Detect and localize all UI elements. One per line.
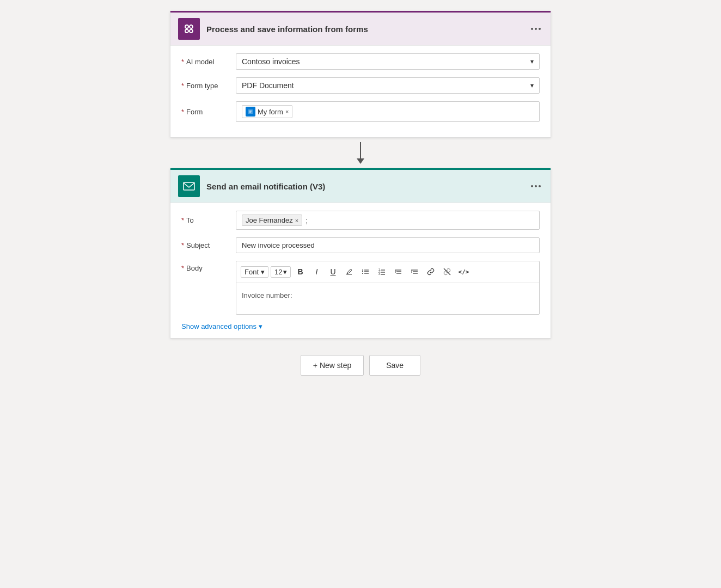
underline-button[interactable]: U <box>326 265 340 279</box>
person-tag-close-icon[interactable]: × <box>295 217 298 224</box>
canvas: Process and save information from forms … <box>0 0 721 376</box>
show-advanced-chevron-icon: ▾ <box>259 322 262 330</box>
ordered-list-button[interactable]: 1. 2. 3. <box>375 265 389 279</box>
form-type-label: * Form type <box>181 82 236 90</box>
svg-point-12 <box>362 271 363 272</box>
card-forms: Process and save information from forms … <box>170 11 551 138</box>
form-row: * Form My form × <box>181 101 540 122</box>
font-size-select[interactable]: 12 ▾ <box>271 266 291 278</box>
bottom-buttons: + New step Save <box>301 355 420 376</box>
body-editor[interactable]: Font ▾ 12 ▾ B I U <box>236 261 540 315</box>
bold-button[interactable]: B <box>293 265 307 279</box>
card-email-title: Send an email notification (V3) <box>206 182 529 191</box>
svg-point-0 <box>185 25 188 28</box>
svg-text:3.: 3. <box>378 272 381 275</box>
dot1 <box>531 28 533 30</box>
indent-decrease-button[interactable] <box>391 265 405 279</box>
save-button[interactable]: Save <box>369 355 420 376</box>
body-toolbar: Font ▾ 12 ▾ B I U <box>236 261 539 283</box>
highlight-button[interactable] <box>342 265 356 279</box>
person-tag-name: Joe Fernandez <box>246 216 293 224</box>
card-forms-header: Process and save information from forms <box>170 13 551 46</box>
connector-arrowhead <box>357 158 364 164</box>
dot2 <box>535 28 537 30</box>
card-email-body: * To Joe Fernandez × ; * Subject <box>170 203 551 338</box>
form-tag-field[interactable]: My form × <box>236 101 540 122</box>
form-type-chevron-icon: ▾ <box>530 82 534 89</box>
card-forms-more-button[interactable] <box>529 26 543 32</box>
font-select[interactable]: Font ▾ <box>241 266 268 278</box>
svg-point-10 <box>362 270 363 271</box>
svg-point-2 <box>185 29 188 33</box>
dot3 <box>539 28 541 30</box>
subject-label: * Subject <box>181 241 236 249</box>
dot5 <box>535 185 537 187</box>
form-tag-close-icon[interactable]: × <box>285 108 289 115</box>
svg-point-3 <box>190 29 193 33</box>
connector-line <box>360 142 361 158</box>
subject-input[interactable] <box>236 237 540 253</box>
card-email: Send an email notification (V3) * To Joe… <box>170 168 551 339</box>
form-label: * Form <box>181 108 236 116</box>
remove-link-button[interactable] <box>440 265 454 279</box>
person-tag: Joe Fernandez × <box>242 215 302 226</box>
email-card-icon <box>178 175 200 197</box>
forms-card-icon <box>178 18 200 40</box>
to-row: * To Joe Fernandez × ; <box>181 211 540 230</box>
subject-row: * Subject <box>181 237 540 253</box>
to-label: * To <box>181 216 236 224</box>
card-email-more-button[interactable] <box>529 183 543 189</box>
svg-point-1 <box>190 25 193 28</box>
form-tag-icon <box>246 107 255 117</box>
card-email-header: Send an email notification (V3) <box>170 170 551 203</box>
svg-rect-8 <box>184 182 194 190</box>
show-advanced-options[interactable]: Show advanced options ▾ <box>181 322 540 330</box>
ai-model-chevron-icon: ▾ <box>530 58 534 65</box>
body-label: * Body <box>181 261 236 272</box>
font-size-chevron-icon: ▾ <box>283 268 287 276</box>
font-select-chevron-icon: ▾ <box>261 268 265 276</box>
ai-model-row: * AI model Contoso invoices ▾ <box>181 53 540 70</box>
form-tag-label: My form <box>258 108 283 116</box>
to-tag-field[interactable]: Joe Fernandez × ; <box>236 211 540 230</box>
form-type-row: * Form type PDF Document ▾ <box>181 77 540 94</box>
ai-model-label: * AI model <box>181 58 236 66</box>
ai-model-select[interactable]: Contoso invoices ▾ <box>236 53 540 70</box>
new-step-button[interactable]: + New step <box>301 355 364 376</box>
dot4 <box>531 185 533 187</box>
code-button[interactable]: </> <box>456 265 471 279</box>
card-forms-title: Process and save information from forms <box>206 24 529 34</box>
unordered-list-button[interactable] <box>358 265 372 279</box>
connector-arrow <box>357 138 364 168</box>
form-tag: My form × <box>242 105 292 118</box>
italic-button[interactable]: I <box>309 265 323 279</box>
ai-model-required: * <box>181 58 184 66</box>
body-content[interactable]: Invoice number: <box>236 287 539 314</box>
body-row: * Body Font ▾ 12 ▾ B <box>181 261 540 315</box>
insert-link-button[interactable] <box>424 265 438 279</box>
card-forms-body: * AI model Contoso invoices ▾ * Form typ… <box>170 46 551 137</box>
svg-point-14 <box>362 273 363 274</box>
form-type-select[interactable]: PDF Document ▾ <box>236 77 540 94</box>
to-field-semicolon: ; <box>305 216 308 225</box>
dot6 <box>539 185 541 187</box>
indent-increase-button[interactable] <box>407 265 421 279</box>
